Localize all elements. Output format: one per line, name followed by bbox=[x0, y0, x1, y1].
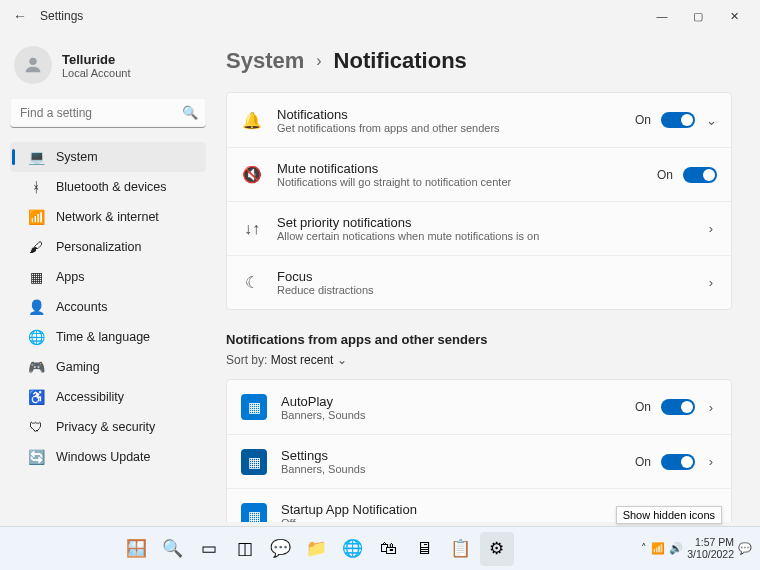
minimize-button[interactable]: — bbox=[644, 4, 680, 28]
sidebar-item-personalization[interactable]: 🖌Personalization bbox=[10, 232, 206, 262]
notifications-toggle[interactable] bbox=[661, 112, 695, 128]
settings-app[interactable]: ⚙ bbox=[480, 532, 514, 566]
task-view[interactable]: ▭ bbox=[192, 532, 226, 566]
sidebar-item-bluetooth-devices[interactable]: ᚼBluetooth & devices bbox=[10, 172, 206, 202]
window-title: Settings bbox=[40, 9, 83, 23]
system-tray[interactable]: ˄ 📶 🔊 1:57 PM 3/10/2022 💬 bbox=[633, 537, 760, 560]
row-title: Focus bbox=[277, 269, 705, 284]
user-block[interactable]: Telluride Local Account bbox=[10, 40, 206, 98]
titlebar: ← Settings — ▢ ✕ bbox=[0, 0, 760, 32]
user-type: Local Account bbox=[62, 67, 131, 79]
sidebar-item-label: Apps bbox=[56, 270, 85, 284]
state-label: On bbox=[635, 113, 651, 127]
chevron-right-icon: › bbox=[316, 52, 321, 70]
start-button[interactable]: 🪟 bbox=[120, 532, 154, 566]
nav-icon: 🛡 bbox=[28, 419, 44, 435]
nav-icon: ᚼ bbox=[28, 179, 44, 195]
sidebar-item-label: Bluetooth & devices bbox=[56, 180, 167, 194]
widgets[interactable]: ◫ bbox=[228, 532, 262, 566]
tray-tooltip: Show hidden icons bbox=[616, 506, 722, 524]
app-icon: ▦ bbox=[241, 503, 267, 523]
sidebar-item-label: System bbox=[56, 150, 98, 164]
app-toggle[interactable] bbox=[661, 399, 695, 415]
clock[interactable]: 1:57 PM 3/10/2022 bbox=[687, 537, 734, 560]
sort-label: Sort by: bbox=[226, 353, 267, 367]
search-box[interactable]: 🔍 bbox=[10, 98, 206, 128]
content: System › Notifications 🔔 Notifications G… bbox=[216, 32, 760, 522]
sidebar-item-label: Gaming bbox=[56, 360, 100, 374]
breadcrumb-parent[interactable]: System bbox=[226, 48, 304, 74]
priority-row[interactable]: ↓↑ Set priority notifications Allow cert… bbox=[227, 201, 731, 255]
app-row[interactable]: ▦ AutoPlay Banners, Sounds On › bbox=[227, 380, 731, 434]
sidebar-item-system[interactable]: 💻System bbox=[10, 142, 206, 172]
store[interactable]: 🛍 bbox=[372, 532, 406, 566]
row-desc: Reduce distractions bbox=[277, 284, 705, 296]
mute-toggle[interactable] bbox=[683, 167, 717, 183]
sidebar-item-time-language[interactable]: 🌐Time & language bbox=[10, 322, 206, 352]
row-title: Notifications bbox=[277, 107, 635, 122]
chevron-right-icon: › bbox=[705, 400, 717, 415]
search-input[interactable] bbox=[10, 98, 206, 128]
maximize-button[interactable]: ▢ bbox=[680, 4, 716, 28]
sidebar-item-accessibility[interactable]: ♿Accessibility bbox=[10, 382, 206, 412]
breadcrumb: System › Notifications bbox=[226, 48, 732, 74]
app-terminal[interactable]: 🖥 bbox=[408, 532, 442, 566]
sidebar-item-apps[interactable]: ▦Apps bbox=[10, 262, 206, 292]
sidebar-item-privacy-security[interactable]: 🛡Privacy & security bbox=[10, 412, 206, 442]
chevron-right-icon: › bbox=[705, 454, 717, 469]
apps-section-header: Notifications from apps and other sender… bbox=[226, 332, 732, 347]
app-title: AutoPlay bbox=[281, 394, 635, 409]
sidebar-item-label: Privacy & security bbox=[56, 420, 155, 434]
search-icon: 🔍 bbox=[182, 105, 198, 120]
state-label: On bbox=[635, 400, 651, 414]
notification-center-icon[interactable]: 💬 bbox=[738, 542, 752, 555]
app-icon: ▦ bbox=[241, 449, 267, 475]
state-label: On bbox=[635, 455, 651, 469]
back-button[interactable]: ← bbox=[8, 4, 32, 28]
volume-icon[interactable]: 🔊 bbox=[669, 542, 683, 555]
row-desc: Allow certain notications when mute noti… bbox=[277, 230, 705, 242]
sidebar-item-label: Accounts bbox=[56, 300, 107, 314]
sidebar-item-windows-update[interactable]: 🔄Windows Update bbox=[10, 442, 206, 472]
app-desc: Banners, Sounds bbox=[281, 463, 635, 475]
user-name: Telluride bbox=[62, 52, 131, 67]
row-title: Set priority notifications bbox=[277, 215, 705, 230]
notifications-row[interactable]: 🔔 Notifications Get notifications from a… bbox=[227, 93, 731, 147]
wifi-icon[interactable]: 📶 bbox=[651, 542, 665, 555]
sidebar-item-label: Time & language bbox=[56, 330, 150, 344]
focus-icon: ☾ bbox=[241, 273, 263, 292]
app-title: Settings bbox=[281, 448, 635, 463]
sidebar-item-gaming[interactable]: 🎮Gaming bbox=[10, 352, 206, 382]
nav-icon: 🔄 bbox=[28, 449, 44, 465]
nav-icon: 🌐 bbox=[28, 329, 44, 345]
nav-icon: 👤 bbox=[28, 299, 44, 315]
app-row[interactable]: ▦ Settings Banners, Sounds On › bbox=[227, 434, 731, 488]
nav-icon: ▦ bbox=[28, 269, 44, 285]
chevron-down-icon[interactable]: ⌄ bbox=[705, 113, 717, 128]
state-label: On bbox=[657, 168, 673, 182]
app-title: Startup App Notification bbox=[281, 502, 635, 517]
edge[interactable]: 🌐 bbox=[336, 532, 370, 566]
close-button[interactable]: ✕ bbox=[716, 4, 752, 28]
sidebar-item-accounts[interactable]: 👤Accounts bbox=[10, 292, 206, 322]
sidebar-item-label: Windows Update bbox=[56, 450, 151, 464]
focus-row[interactable]: ☾ Focus Reduce distractions › bbox=[227, 255, 731, 309]
chat[interactable]: 💬 bbox=[264, 532, 298, 566]
nav-icon: 🖌 bbox=[28, 239, 44, 255]
sidebar-item-network-internet[interactable]: 📶Network & internet bbox=[10, 202, 206, 232]
row-desc: Get notifications from apps and other se… bbox=[277, 122, 635, 134]
sort-by[interactable]: Sort by: Most recent ⌄ bbox=[226, 353, 732, 367]
row-title: Mute notifications bbox=[277, 161, 657, 176]
tray-expand-icon[interactable]: ˄ bbox=[641, 542, 647, 555]
mute-row[interactable]: 🔇 Mute notifications Notifications will … bbox=[227, 147, 731, 201]
app-toggle[interactable] bbox=[661, 454, 695, 470]
nav-icon: 💻 bbox=[28, 149, 44, 165]
chevron-down-icon: ⌄ bbox=[337, 353, 347, 367]
chevron-right-icon: › bbox=[705, 221, 717, 236]
app-icon: ▦ bbox=[241, 394, 267, 420]
app-notes[interactable]: 📋 bbox=[444, 532, 478, 566]
taskbar-search[interactable]: 🔍 bbox=[156, 532, 190, 566]
file-explorer[interactable]: 📁 bbox=[300, 532, 334, 566]
sidebar-item-label: Network & internet bbox=[56, 210, 159, 224]
bell-icon: 🔔 bbox=[241, 111, 263, 130]
